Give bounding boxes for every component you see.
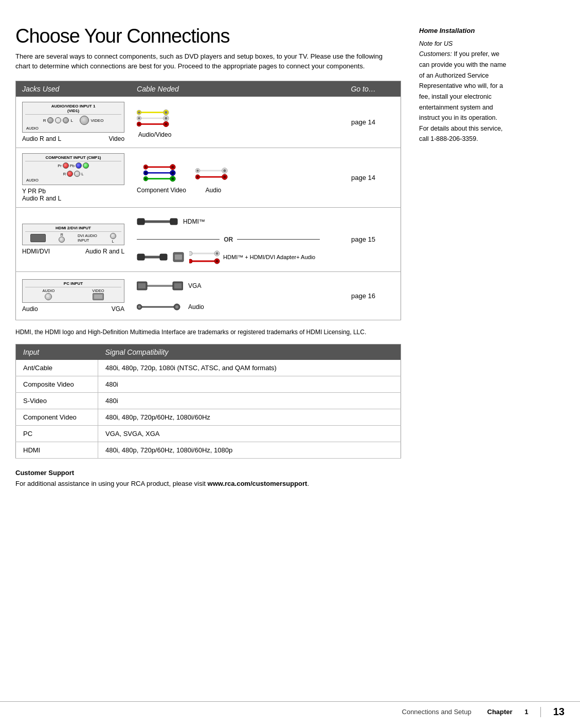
jack-cell-comp: COMPONENT INPUT (CMP1) Pr Pb [16, 148, 131, 207]
cable-label-pc-audio: Audio [188, 303, 204, 311]
footer-chapter-num: 1 [524, 708, 528, 716]
cable-label-vga: VGA [188, 282, 201, 289]
svg-point-30 [144, 178, 147, 180]
sidebar: Home Installation Note for US Customers:… [411, 15, 514, 728]
compat-signal-5: 480i, 480p, 720p/60Hz, 1080i/60Hz, 1080p [98, 442, 401, 458]
compat-row: HDMI 480i, 480p, 720p/60Hz, 1080i/60Hz, … [16, 442, 401, 458]
svg-point-64 [175, 305, 178, 308]
jack-cell-pc: PC INPUT AUDIO VIDEO [16, 271, 131, 320]
compat-input-5: HDMI [16, 442, 98, 458]
customer-support-text: For additional assistance in using your … [15, 479, 401, 489]
svg-rect-61 [174, 283, 182, 288]
compat-signal-1: 480i [98, 376, 401, 392]
col-header-jacks: Jacks Used [16, 81, 131, 97]
connection-table: Jacks Used Cable Neded Go to… AUDIO/VIDE… [15, 81, 401, 320]
jack-label-pc: Audio VGA [22, 305, 124, 313]
svg-point-28 [171, 177, 174, 180]
compat-row: Component Video 480i, 480p, 720p/60Hz, 1… [16, 409, 401, 425]
col-header-goto: Go to… [326, 81, 401, 97]
svg-rect-60 [138, 283, 146, 288]
svg-point-55 [216, 260, 219, 262]
footer-chapter-label: Chapter [487, 708, 513, 716]
jack-label-comp: Y PR Pb Audio R and L [22, 188, 124, 202]
compat-row: Ant/Cable 480i, 480p, 720p, 1080i (NTSC,… [16, 360, 401, 376]
sidebar-title: Home Installation [419, 26, 506, 37]
compat-row: Composite Video 480i [16, 376, 401, 392]
sidebar-body: Note for US Customers: If you prefer, we… [419, 39, 506, 144]
cable-label-hdmi: HDMI™ [183, 218, 205, 225]
svg-point-18 [171, 166, 174, 169]
jack-cell-av: AUDIO/VIDEO INPUT 1(VID1) R L [16, 97, 131, 148]
compat-input-1: Composite Video [16, 376, 98, 392]
footer: Connections and Setup Chapter 1 13 [0, 701, 580, 718]
goto-page-pc: page 16 [351, 292, 375, 300]
compat-col-signal: Signal Compatibility [98, 344, 401, 360]
compat-row: PC VGA, SVGA, XGA [16, 425, 401, 442]
svg-rect-43 [170, 219, 177, 225]
compat-col-input: Input [16, 344, 98, 360]
svg-point-13 [165, 123, 167, 125]
page-title: Choose Your Connections [15, 26, 401, 47]
cable-label-comp-vid: Component Video [137, 187, 186, 194]
goto-page-av: page 14 [351, 118, 375, 126]
svg-point-10 [138, 117, 140, 119]
intro-paragraph: There are several ways to connect compon… [15, 51, 396, 71]
cable-cell-hdmi: HDMI™ OR [131, 207, 326, 271]
compat-signal-0: 480i, 480p, 720p, 1080i (NTSC, ATSC, and… [98, 360, 401, 376]
footer-divider [540, 707, 541, 717]
jack-header-av: AUDIO/VIDEO INPUT 1(VID1) [25, 104, 121, 115]
svg-rect-42 [137, 219, 144, 225]
jack-cell-hdmi: HDMI 2/DVI INPUT R DVI AUDIOINPUT [16, 207, 131, 271]
svg-point-25 [144, 172, 147, 174]
svg-point-52 [189, 251, 192, 256]
svg-rect-46 [160, 254, 167, 260]
svg-point-15 [138, 123, 140, 125]
jack-label-av: Audio R and L Video [22, 135, 124, 142]
svg-point-66 [138, 305, 141, 308]
svg-point-4 [138, 112, 140, 114]
svg-point-33 [223, 170, 226, 172]
compat-input-0: Ant/Cable [16, 360, 98, 376]
col-header-cable: Cable Neded [131, 81, 326, 97]
goto-cell-comp: page 14 [326, 148, 401, 207]
svg-point-20 [144, 166, 147, 168]
compat-input-4: PC [16, 425, 98, 442]
svg-rect-45 [137, 254, 144, 260]
trademark-notice: HDMI, the HDMI logo and High-Definition … [15, 327, 401, 337]
cable-label-hdmi-combo: HDMI™ + HDMI/DVI Adapter+ Audio [223, 254, 315, 260]
cable-cell-pc: VGA Audio [131, 271, 326, 320]
cable-cell-comp: Component Video [131, 148, 326, 207]
jack-header-comp: COMPONENT INPUT (CMP1) [25, 155, 121, 161]
goto-cell-av: page 14 [326, 97, 401, 148]
compat-signal-4: VGA, SVGA, XGA [98, 425, 401, 442]
goto-page-comp: page 14 [351, 174, 375, 181]
table-row: AUDIO/VIDEO INPUT 1(VID1) R L [16, 97, 401, 148]
table-row: HDMI 2/DVI INPUT R DVI AUDIOINPUT [16, 207, 401, 271]
customer-support-section: Customer Support For additional assistan… [15, 468, 401, 489]
svg-point-51 [216, 252, 219, 254]
table-row: PC INPUT AUDIO VIDEO [16, 271, 401, 320]
cable-label-av: Audio/Video [138, 131, 172, 138]
svg-point-56 [189, 259, 192, 263]
svg-point-35 [196, 170, 198, 172]
svg-point-23 [171, 172, 174, 174]
cable-cell-av: Audio/Video [131, 97, 326, 148]
svg-point-40 [196, 176, 198, 178]
compat-row: S-Video 480i [16, 392, 401, 409]
compat-input-3: Component Video [16, 409, 98, 425]
compat-table: Input Signal Compatibility Ant/Cable 480… [15, 344, 401, 459]
svg-point-38 [223, 176, 226, 178]
footer-text: Connections and Setup [402, 708, 472, 716]
goto-cell-hdmi: page 15 [326, 207, 401, 271]
footer-page-num: 13 [553, 706, 565, 718]
compat-signal-3: 480i, 480p, 720p/60Hz, 1080i/60Hz [98, 409, 401, 425]
goto-cell-pc: page 16 [326, 271, 401, 320]
table-row: COMPONENT INPUT (CMP1) Pr Pb [16, 148, 401, 207]
cable-label-comp-audio: Audio [206, 187, 222, 194]
compat-signal-2: 480i [98, 392, 401, 409]
svg-point-2 [165, 111, 167, 114]
or-divider: OR [137, 236, 320, 243]
jack-label-hdmi: HDMI/DVI Audio R and L [22, 248, 124, 255]
svg-rect-48 [175, 254, 182, 260]
svg-point-8 [165, 117, 167, 120]
